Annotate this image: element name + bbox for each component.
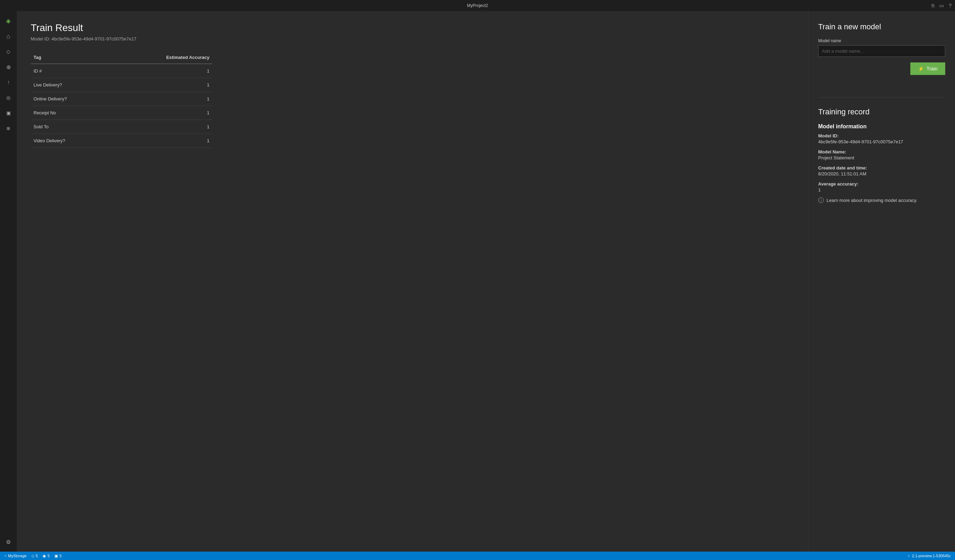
sidebar-item-model[interactable]: ◎ bbox=[2, 90, 16, 105]
model-name-label: Model name bbox=[818, 38, 945, 43]
statusbar-left: ⑃ MyStorage ◇ 5 ◉ 5 ▣ 5 bbox=[4, 554, 62, 558]
model-info-title: Model information bbox=[818, 123, 945, 130]
train-button[interactable]: ⚡ Train bbox=[910, 62, 945, 75]
table-row: Video Delivery? 1 bbox=[31, 134, 212, 148]
doc-item: ▣ 5 bbox=[55, 554, 61, 558]
train-button-label: Train bbox=[927, 66, 938, 72]
train-new-model-title: Train a new model bbox=[818, 22, 945, 31]
tagged-count: 5 bbox=[36, 554, 38, 558]
storage-name: MyStorage bbox=[8, 554, 27, 558]
visited-count: 5 bbox=[47, 554, 50, 558]
created-value: 8/20/2020, 11:51:01 AM bbox=[818, 171, 945, 176]
statusbar-right: ⑃ 2.1-preview.1-530545c bbox=[908, 554, 951, 558]
titlebar: MyProject2 ⎘ ▭ ? bbox=[0, 0, 955, 11]
logo-icon: ◈ bbox=[6, 17, 11, 25]
model-icon: ◎ bbox=[6, 95, 11, 100]
branch-right-icon: ⑃ bbox=[908, 554, 910, 558]
version-text: 2.1-preview.1-530545c bbox=[912, 554, 951, 558]
tag-cell: Receipt No bbox=[31, 106, 111, 120]
sidebar-item-people[interactable]: ⊕ bbox=[2, 60, 16, 74]
model-id-text: Model ID: 4bc9e5fe-953e-49d4-9701-97c007… bbox=[31, 36, 794, 42]
main-panel: Train Result Model ID: 4bc9e5fe-953e-49d… bbox=[17, 11, 808, 552]
sidebar-logo[interactable]: ◈ bbox=[2, 14, 16, 28]
training-record-title: Training record bbox=[818, 108, 945, 117]
doc-status-icon: ▣ bbox=[55, 554, 58, 558]
table-row: Online Delivery? 1 bbox=[31, 92, 212, 106]
statusbar: ⑃ MyStorage ◇ 5 ◉ 5 ▣ 5 ⑃ 2.1-preview.1-… bbox=[0, 552, 955, 560]
active-learning-icon: ↑ bbox=[7, 79, 10, 86]
tag-cell: Video Delivery? bbox=[31, 134, 111, 148]
home-icon: ⌂ bbox=[7, 33, 11, 40]
col-tag: Tag bbox=[31, 51, 111, 64]
accuracy-cell: 1 bbox=[111, 106, 212, 120]
sidebar-item-active-learning[interactable]: ↑ bbox=[2, 75, 16, 89]
tag-cell: Sold To bbox=[31, 120, 111, 134]
train-icon: ⚡ bbox=[918, 66, 924, 72]
connections-icon: ⊗ bbox=[6, 126, 11, 131]
model-name-input[interactable] bbox=[818, 45, 945, 57]
help-icon[interactable]: ? bbox=[949, 3, 952, 8]
doc-count: 5 bbox=[59, 554, 61, 558]
learn-more-row: i Learn more about improving model accur… bbox=[818, 197, 945, 203]
eye-icon: ◉ bbox=[42, 554, 46, 558]
sidebar-item-documents[interactable]: ▣ bbox=[2, 106, 16, 120]
model-name-record-label: Model Name: bbox=[818, 149, 945, 154]
sidebar-item-settings[interactable]: ⚙ bbox=[2, 535, 16, 549]
avg-accuracy-value: 1 bbox=[818, 187, 945, 192]
tag-cell: ID # bbox=[31, 64, 111, 78]
accuracy-cell: 1 bbox=[111, 120, 212, 134]
created-label: Created date and time: bbox=[818, 165, 945, 170]
branch-icon: ⑃ bbox=[4, 554, 7, 558]
model-id-value: 4bc9e5fe-953e-49d4-9701-97c0075e7e17 bbox=[818, 139, 945, 144]
sidebar-item-connections[interactable]: ⊗ bbox=[2, 121, 16, 135]
info-circle-icon: i bbox=[818, 197, 824, 203]
model-id-label: Model ID: bbox=[818, 133, 945, 139]
model-name-record-value: Project Statement bbox=[818, 155, 945, 161]
right-panel: Train a new model Model name ⚡ Train Tra… bbox=[808, 11, 955, 552]
people-icon: ⊕ bbox=[6, 64, 11, 70]
accuracy-cell: 1 bbox=[111, 134, 212, 148]
divider bbox=[818, 97, 945, 98]
page-title: Train Result bbox=[31, 22, 794, 33]
titlebar-icons: ⎘ ▭ ? bbox=[932, 3, 952, 8]
tag-cell: Online Delivery? bbox=[31, 92, 111, 106]
tag-cell: Live Delivery? bbox=[31, 78, 111, 92]
sidebar-item-tag[interactable]: ◇ bbox=[2, 45, 16, 59]
documents-icon: ▣ bbox=[6, 110, 11, 116]
learn-more-link[interactable]: Learn more about improving model accurac… bbox=[827, 198, 917, 203]
tagged-item: ◇ 5 bbox=[31, 554, 38, 558]
table-row: Live Delivery? 1 bbox=[31, 78, 212, 92]
model-info-section: Model information Model ID: 4bc9e5fe-953… bbox=[818, 123, 945, 203]
sidebar-item-home[interactable]: ⌂ bbox=[2, 29, 16, 43]
visited-item: ◉ 5 bbox=[42, 554, 50, 558]
content-area: Train Result Model ID: 4bc9e5fe-953e-49d… bbox=[17, 11, 955, 552]
avg-accuracy-label: Average accuracy: bbox=[818, 181, 945, 187]
sidebar: ◈ ⌂ ◇ ⊕ ↑ ◎ ▣ ⊗ ⚙ bbox=[0, 11, 17, 552]
col-accuracy: Estimated Accuracy bbox=[111, 51, 212, 64]
accuracy-cell: 1 bbox=[111, 92, 212, 106]
app-body: ◈ ⌂ ◇ ⊕ ↑ ◎ ▣ ⊗ ⚙ Train Result bbox=[0, 11, 955, 552]
tag-icon: ◇ bbox=[6, 48, 11, 55]
share-icon[interactable]: ⎘ bbox=[932, 3, 935, 8]
table-row: Receipt No 1 bbox=[31, 106, 212, 120]
tag-status-icon: ◇ bbox=[31, 554, 34, 558]
accuracy-cell: 1 bbox=[111, 64, 212, 78]
table-row: Sold To 1 bbox=[31, 120, 212, 134]
settings-icon: ⚙ bbox=[6, 539, 11, 545]
table-row: ID # 1 bbox=[31, 64, 212, 78]
accuracy-cell: 1 bbox=[111, 78, 212, 92]
results-table: Tag Estimated Accuracy ID # 1 Live Deliv… bbox=[31, 51, 212, 148]
storage-item: ⑃ MyStorage bbox=[4, 554, 27, 558]
layout-icon[interactable]: ▭ bbox=[939, 3, 944, 8]
titlebar-title: MyProject2 bbox=[467, 3, 488, 8]
